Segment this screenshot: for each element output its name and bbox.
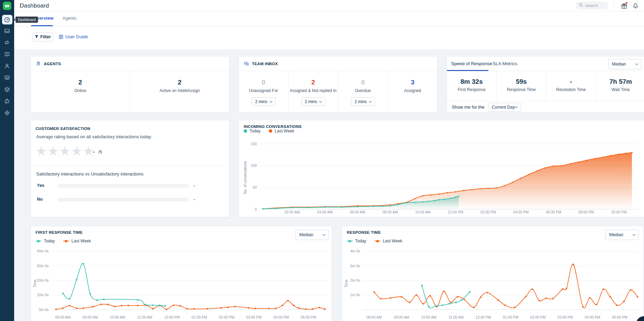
show-me-label: Show me for the xyxy=(452,104,485,110)
first-response-stat: 8m 32s First Response xyxy=(447,71,496,101)
svg-text:12:00 PM: 12:00 PM xyxy=(448,210,463,214)
svg-text:10:00 AM: 10:00 AM xyxy=(110,315,125,319)
rt-title: RESPONSE TIME xyxy=(347,230,381,234)
incoming-title: INCOMING CONVERSATIONS xyxy=(244,124,302,129)
tab-sla-metrics[interactable]: SLA Metrics xyxy=(492,61,517,66)
chevron-down-icon xyxy=(515,105,517,108)
sidebar-item-knowledge-base[interactable] xyxy=(0,49,14,61)
sidebar-item-reports[interactable] xyxy=(0,72,14,84)
agents-intelliassign-stat: 2 Active on IntelliAssign xyxy=(130,71,229,112)
speed-card-footer: Show me for the Current Day xyxy=(447,101,644,113)
freshchat-logo[interactable] xyxy=(3,2,11,10)
agents-card-header: AGENTS xyxy=(31,57,229,71)
overdue-stat: 0 Overdue 2 mins xyxy=(338,71,388,112)
rating-max: /5 xyxy=(98,149,102,154)
legend-today: Today xyxy=(347,239,366,243)
book-icon xyxy=(4,51,10,59)
rt-median-select[interactable]: Median xyxy=(605,230,639,240)
legend-last-week: Last Week xyxy=(374,239,402,243)
svg-text:20m 0s: 20m 0s xyxy=(37,278,49,282)
svg-text:03:00 PM: 03:00 PM xyxy=(557,315,573,319)
sidebar-item-contacts[interactable] xyxy=(0,61,14,72)
sidebar-item-bots[interactable] xyxy=(0,96,14,108)
bell-icon xyxy=(632,3,639,9)
incoming-conversations-chart: 15010050002:00 AM04:00 AM06:00 AM08:00 A… xyxy=(239,136,643,216)
today-dot-icon xyxy=(244,129,247,133)
not-replied-stat: 2 Assigned & Not replied In 2 mins xyxy=(288,71,338,112)
chevron-down-icon xyxy=(269,100,272,102)
svg-text:04:00 PM: 04:00 PM xyxy=(273,315,289,319)
yes-bar-track xyxy=(58,184,189,188)
no-bar-row: No - xyxy=(31,197,229,202)
sidebar-item-inbox[interactable] xyxy=(0,26,14,37)
assigned-stat: 3 Assigned xyxy=(388,71,437,112)
agents-card: AGENTS 2 Online 2 Active on IntelliAssig… xyxy=(30,56,230,113)
svg-text:10:00 PM: 10:00 PM xyxy=(611,210,627,214)
period-select[interactable]: Current Day xyxy=(488,103,521,112)
rt-legend: Today Last Week xyxy=(347,239,402,243)
response-time-card: RESPONSE TIME Median Today Last Week Tim… xyxy=(342,226,644,321)
tabbar: Overview Agents xyxy=(14,11,644,27)
stat-value: 2 xyxy=(130,79,229,86)
filter-button[interactable]: Filter xyxy=(32,32,53,41)
search-box[interactable] xyxy=(576,1,608,10)
first-response-time-chart: 40m 0s30m 0s20m 0s10m 0s0m 0s08:00 AM09:… xyxy=(31,244,331,321)
user-guide-link[interactable]: User Guide xyxy=(59,34,88,39)
svg-text:06:00 AM: 06:00 AM xyxy=(350,210,365,214)
svg-text:150: 150 xyxy=(251,142,257,146)
team-inbox-card: TEAM INBOX 0 Unassigned For 2 mins 2 Ass… xyxy=(238,56,438,113)
wait-time-stat: 7h 57m Wait Time xyxy=(596,71,644,101)
speed-of-response-card: Speed of Response SLA Metrics Median 8m … xyxy=(447,56,644,113)
stat-value: 0 xyxy=(338,79,388,86)
stat-label: Online xyxy=(31,88,130,93)
notifications-button[interactable] xyxy=(631,2,640,10)
svg-text:40m 0s: 40m 0s xyxy=(37,249,49,253)
dashboard-icon xyxy=(2,15,12,24)
tab-speed-of-response[interactable]: Speed of Response xyxy=(451,61,492,66)
satisfactory-vs-label: Satisfactory interactions vs Unsatisfact… xyxy=(36,171,144,177)
svg-text:08:00 AM: 08:00 AM xyxy=(382,210,398,214)
last-week-dot-icon xyxy=(269,129,272,133)
sidebar-item-apps[interactable] xyxy=(0,84,14,96)
overdue-duration-select[interactable]: 2 mins xyxy=(351,97,375,106)
last-week-marker-icon xyxy=(63,240,69,243)
svg-text:100: 100 xyxy=(251,163,257,168)
svg-text:0m 0s: 0m 0s xyxy=(39,308,49,312)
svg-text:11:00 AM: 11:00 AM xyxy=(449,315,464,319)
speed-median-select[interactable]: Median xyxy=(608,59,642,69)
unassigned-duration-select[interactable]: 2 mins xyxy=(252,97,276,106)
agents-card-title: AGENTS xyxy=(44,62,61,66)
notification-dot xyxy=(625,2,628,4)
svg-text:05:00 PM: 05:00 PM xyxy=(301,315,316,319)
svg-text:02:00 PM: 02:00 PM xyxy=(530,315,546,319)
incoming-legend: Today Last Week xyxy=(244,129,294,133)
search-icon xyxy=(579,2,583,9)
legend-last-week: Last Week xyxy=(269,129,294,133)
sidebar-item-dashboard[interactable] xyxy=(0,14,14,26)
svg-text:10:00 AM: 10:00 AM xyxy=(415,210,430,214)
svg-text:03:00 PM: 03:00 PM xyxy=(246,315,262,319)
dashboard-screen: Dashboard Dashboard Overview Agents Filt… xyxy=(0,0,644,321)
search-input[interactable] xyxy=(585,3,606,8)
svg-text:30m 0s: 30m 0s xyxy=(37,264,49,268)
megaphone-icon xyxy=(4,40,10,47)
sidebar-item-settings[interactable] xyxy=(0,108,14,119)
cube-icon xyxy=(4,87,10,94)
resolution-time-stat: - Resolution Time xyxy=(546,71,596,101)
sidebar-tooltip: Dashboard xyxy=(16,17,38,23)
sidebar-item-campaigns[interactable] xyxy=(0,37,14,49)
today-marker-icon xyxy=(347,240,353,243)
frt-median-select[interactable]: Median xyxy=(295,230,329,240)
svg-text:50: 50 xyxy=(253,185,257,189)
whats-new-button[interactable] xyxy=(620,2,628,10)
last-week-marker-icon xyxy=(374,240,380,243)
legend-today: Today xyxy=(36,239,55,243)
tab-agents[interactable]: Agents xyxy=(62,16,76,21)
not-replied-duration-select[interactable]: 2 mins xyxy=(301,97,325,106)
stat-label: Assigned xyxy=(388,88,437,93)
svg-text:02:00 PM: 02:00 PM xyxy=(219,315,234,319)
stat-value: 2 xyxy=(289,79,338,86)
inbox-icon xyxy=(4,28,10,35)
legend-today: Today xyxy=(244,129,261,133)
page-title: Dashboard xyxy=(20,2,49,9)
